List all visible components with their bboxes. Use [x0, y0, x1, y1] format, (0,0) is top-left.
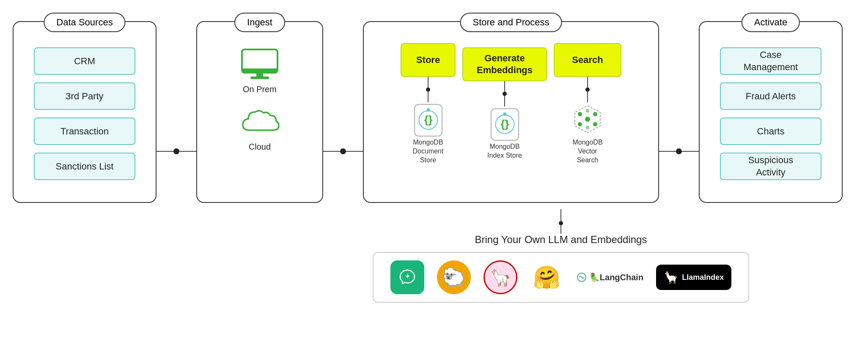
logo-langchain: 🦜LangChain [577, 272, 643, 282]
store-process-panel-wrapper: Store and Process Store [363, 21, 659, 203]
svg-point-18 [578, 122, 582, 126]
list-item: CaseManagement [720, 47, 821, 75]
dot-3 [585, 88, 590, 92]
activate-list: CaseManagement Fraud Alerts Charts Suspi… [720, 43, 821, 180]
chatgpt-icon: ✦ [390, 260, 424, 294]
store-top-row: Store {} MongoDBDocum [401, 43, 621, 164]
store-box: Store [401, 43, 456, 77]
store-col-3: Search [554, 43, 621, 164]
emoji-icon: 🤗 [530, 260, 564, 294]
svg-point-9 [426, 108, 430, 112]
list-item: Transaction [34, 118, 135, 145]
search-box: Search [554, 43, 621, 77]
logo-chatgpt: ✦ [390, 260, 424, 294]
llamaindex-icon: 🦙 LlamaIndex [656, 265, 731, 290]
ingest-item-cloud: Cloud [236, 107, 283, 152]
store-process-title: Store and Process [460, 13, 562, 32]
bottom-section: Bring Your Own LLM and Embeddings ✦ 🐑 🦙 [266, 209, 855, 303]
ingest-title: Ingest [234, 13, 285, 32]
svg-point-19 [593, 122, 597, 126]
bring-llm-title: Bring Your Own LLM and Embeddings [475, 234, 647, 246]
svg-rect-1 [244, 52, 275, 70]
svg-point-16 [578, 112, 582, 116]
horiz-line-3 [323, 151, 340, 152]
top-row: Data Sources CRM 3rd Party Transaction S… [13, 8, 855, 203]
list-item: 3rd Party [34, 82, 135, 110]
cloud-icon [236, 107, 283, 139]
horiz-line-5 [659, 151, 676, 152]
logo-llamaindex: 🦙 LlamaIndex [656, 265, 731, 290]
mongodb-vector-icon [571, 102, 604, 138]
vert-line-3 [504, 81, 505, 92]
embeddings-box: GenerateEmbeddings [462, 47, 547, 81]
vert-line-2 [428, 92, 429, 102]
svg-point-15 [585, 117, 590, 122]
svg-point-21 [586, 126, 589, 129]
bottom-dot [559, 221, 563, 225]
diagram-container: Data Sources CRM 3rd Party Transaction S… [0, 0, 868, 350]
cloud-label: Cloud [249, 142, 271, 152]
vert-line-1 [428, 77, 429, 88]
dot-2 [503, 92, 507, 96]
list-item: Sanctions List [34, 153, 135, 180]
svg-point-20 [586, 109, 589, 112]
connector-2 [323, 148, 363, 154]
mongodb-doc-icon: {} [412, 102, 444, 138]
llm-logos-box: ✦ 🐑 🦙 🤗 [373, 252, 749, 303]
mongodb-index-icon: {} [489, 107, 521, 142]
list-item: Fraud Alerts [720, 82, 821, 110]
svg-point-13 [503, 112, 506, 116]
list-item: Charts [720, 118, 821, 145]
onprem-label: On Prem [243, 85, 277, 94]
horiz-line-6 [682, 151, 699, 152]
data-sources-list: CRM 3rd Party Transaction Sanctions List [34, 43, 135, 180]
connector-3 [659, 148, 699, 154]
dot-1 [426, 88, 430, 92]
svg-point-17 [593, 112, 597, 116]
activate-panel-wrapper: Activate CaseManagement Fraud Alerts Cha… [699, 21, 843, 203]
activate-title: Activate [742, 13, 800, 32]
logo-emoji: 🤗 [530, 260, 564, 294]
svg-text:{}: {} [424, 113, 432, 126]
store-process-panel: Store and Process Store [363, 21, 659, 203]
horiz-line-1 [157, 151, 173, 152]
vert-line-6 [587, 92, 588, 102]
vert-line-5 [587, 77, 588, 88]
svg-text:{}: {} [500, 118, 509, 130]
connector-dot-2 [340, 148, 346, 154]
list-item: SuspiciousActivity [720, 153, 821, 180]
db-label-3: MongoDBVectorSearch [572, 138, 602, 164]
connector-dot-3 [676, 148, 682, 154]
horiz-line-2 [179, 151, 196, 152]
connector-dot-1 [173, 148, 179, 154]
svg-rect-3 [250, 77, 269, 79]
horiz-line-4 [346, 151, 363, 152]
store-col-2: GenerateEmbeddings {} MongoDBIndex Store [462, 47, 547, 160]
list-item: CRM [34, 47, 135, 75]
logo-llama: 🦙 [483, 260, 517, 294]
vert-line-4 [504, 96, 505, 107]
connector-1 [157, 148, 196, 154]
ingest-panel: Ingest [196, 21, 323, 203]
logo-sheep: 🐑 [437, 260, 471, 294]
ingest-item-onprem: On Prem [239, 47, 281, 94]
llama-icon: 🦙 [483, 260, 517, 294]
svg-rect-5 [242, 68, 277, 73]
data-sources-panel: Data Sources CRM 3rd Party Transaction S… [13, 21, 157, 203]
db-label-1: MongoDBDocumentStore [413, 138, 444, 164]
langchain-icon: 🦜LangChain [577, 272, 643, 282]
store-col-1: Store {} MongoDBDocum [401, 43, 456, 164]
langchain-text: 🦜LangChain [589, 272, 643, 282]
sheep-icon: 🐑 [437, 260, 471, 294]
ingest-panel-wrapper: Ingest [196, 21, 323, 203]
data-sources-panel-wrapper: Data Sources CRM 3rd Party Transaction S… [13, 21, 157, 203]
bottom-vert-line-2 [560, 225, 561, 234]
svg-text:✦: ✦ [404, 273, 410, 280]
db-label-2: MongoDBIndex Store [487, 142, 522, 160]
activate-panel: Activate CaseManagement Fraud Alerts Cha… [699, 21, 843, 203]
monitor-icon [239, 47, 281, 81]
ingest-content: On Prem Cloud [206, 43, 314, 152]
data-sources-title: Data Sources [44, 13, 125, 32]
svg-rect-2 [256, 73, 263, 77]
bottom-vert-line [560, 209, 561, 221]
